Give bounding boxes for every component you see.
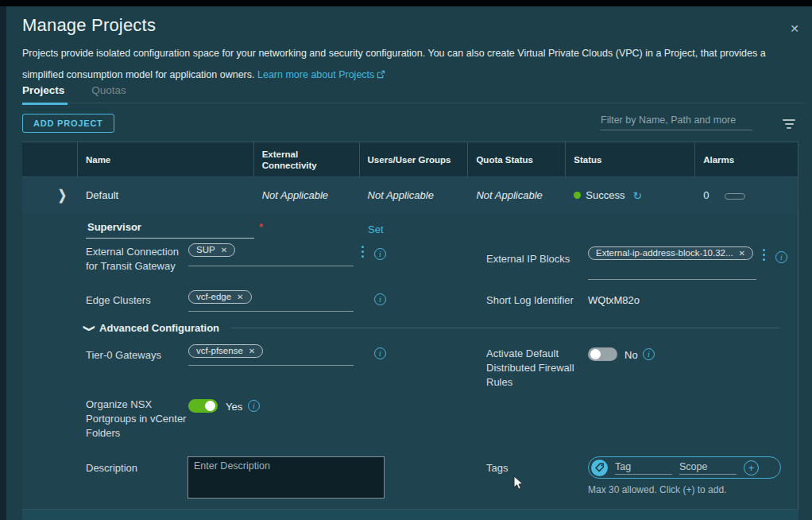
tags-hint: Max 30 allowed. Click (+) to add. [588,484,726,495]
header-quota-status: Quota Status [468,142,566,177]
row-users: Not Applicable [360,189,469,201]
external-ip-blocks-menu-icon[interactable] [763,249,765,261]
row-name: Default [78,189,254,201]
filter-input[interactable] [600,112,752,130]
chip-sup: SUP✕ [188,243,235,257]
tab-bar: Projects Quotas [22,84,126,103]
tags-label: Tags [486,461,508,475]
tab-divider [22,103,806,103]
table-header-row: Name External Connectivity Users/User Gr… [22,142,798,177]
chip-vcf-edge: vcf-edge✕ [188,290,252,304]
learn-more-link[interactable]: Learn more about Projects [257,69,385,80]
external-connection-field[interactable]: SUP✕ [188,243,354,266]
add-project-button[interactable]: ADD PROJECT [22,114,114,133]
short-log-identifier-label: Short Log Identifier [486,293,574,308]
tier0-gateways-label: Tier-0 Gateways [86,348,161,363]
external-link-icon [377,65,385,87]
chip-remove-icon[interactable]: ✕ [237,293,243,301]
external-ip-blocks-info-icon[interactable]: i [775,251,787,263]
project-name-field [86,219,254,239]
organize-portgroups-info-icon[interactable]: i [248,400,260,412]
dialog-title: Manage Projects [22,15,156,36]
add-tag-icon[interactable]: + [744,460,759,475]
chip-vcf-pfsense: vcf-pfsense✕ [188,344,263,358]
tier0-gateways-field[interactable]: vcf-pfsense✕ [188,344,354,366]
description-label: Description [86,461,137,475]
tags-widget: + [588,456,781,479]
dfw-rules-state: No [624,349,638,361]
status-label: Success [586,189,624,201]
dfw-rules-info-icon[interactable]: i [643,348,655,360]
tag-icon [591,460,608,476]
chip-remove-icon[interactable]: ✕ [249,347,255,355]
tier0-gateways-info-icon[interactable]: i [374,347,386,359]
external-ip-blocks-label: External IP Blocks [486,252,570,266]
description-textarea[interactable] [188,456,385,499]
projects-table: Name External Connectivity Users/User Gr… [22,142,798,214]
organize-portgroups-state: Yes [226,401,242,413]
advanced-divider [230,328,780,328]
chip-remove-icon[interactable]: ✕ [221,246,227,254]
status-success-dot [574,192,581,199]
close-icon[interactable]: ✕ [787,21,802,37]
dfw-rules-label: Activate Default Distributed Firewall Ru… [486,347,583,390]
refresh-icon[interactable]: ↻ [632,189,642,202]
row-quota-status: Not Applicable [468,189,566,201]
manage-projects-dialog: Manage Projects ✕ Projects provide isola… [6,6,812,520]
header-name: Name [78,142,254,177]
dfw-rules-toggle[interactable] [588,347,617,361]
mouse-cursor [513,475,526,495]
alarms-count: 0 [703,189,709,201]
users-set-link[interactable]: Set [368,223,384,235]
chip-remove-icon[interactable]: ✕ [739,249,745,258]
row-alarms: 0 [695,189,798,201]
project-editor-panel: * Set External Connection for Transit Ga… [22,213,798,510]
header-status: Status [566,142,695,177]
header-users: Users/User Groups [360,142,469,177]
row-external-connectivity: Not Applicable [254,189,360,201]
project-name-input[interactable] [86,219,254,238]
advanced-configuration-header[interactable]: ❯Advanced Configuration [86,321,219,336]
expand-chevron-icon[interactable]: ❯ [58,188,67,204]
organize-portgroups-label: Organize NSX Portgroups in vCenter Folde… [86,398,189,440]
table-row-default[interactable]: ❯ Default Not Applicable Not Applicable … [22,177,798,214]
chip-ip-block: External-ip-address-block-10.32...✕ [588,246,753,260]
description-text: Projects provide isolated configuration … [22,48,766,80]
scope-input[interactable] [679,461,737,475]
chevron-down-icon: ❯ [81,324,99,332]
external-connection-info-icon[interactable]: i [374,248,386,260]
edge-clusters-info-icon[interactable]: i [374,293,386,305]
tab-projects[interactable]: Projects [22,84,64,103]
external-connection-label: External Connection for Transit Gateway [86,245,188,274]
row-status: Success ↻ [566,189,695,202]
edge-clusters-field[interactable]: vcf-edge✕ [188,290,354,312]
edge-clusters-label: Edge Clusters [86,293,151,308]
panel-footer-band [22,510,798,520]
header-expand [22,142,78,177]
header-external-connectivity: External Connectivity [254,142,360,177]
filter-icon[interactable] [783,119,795,129]
short-log-identifier-value: WQtxM82o [588,293,640,308]
required-asterisk: * [259,221,263,233]
background-edge [0,6,6,520]
external-connection-menu-icon[interactable] [362,246,364,258]
alarms-sparkline-icon [725,193,745,200]
tab-quotas[interactable]: Quotas [91,84,126,103]
external-ip-blocks-field[interactable]: External-ip-address-block-10.32...✕ [588,246,756,280]
filter-field [600,112,752,130]
tag-input[interactable] [615,461,672,475]
organize-portgroups-toggle[interactable] [188,399,218,413]
dialog-description: Projects provide isolated configuration … [22,43,779,87]
top-black-bar [0,0,812,6]
header-alarms: Alarms [695,142,798,177]
